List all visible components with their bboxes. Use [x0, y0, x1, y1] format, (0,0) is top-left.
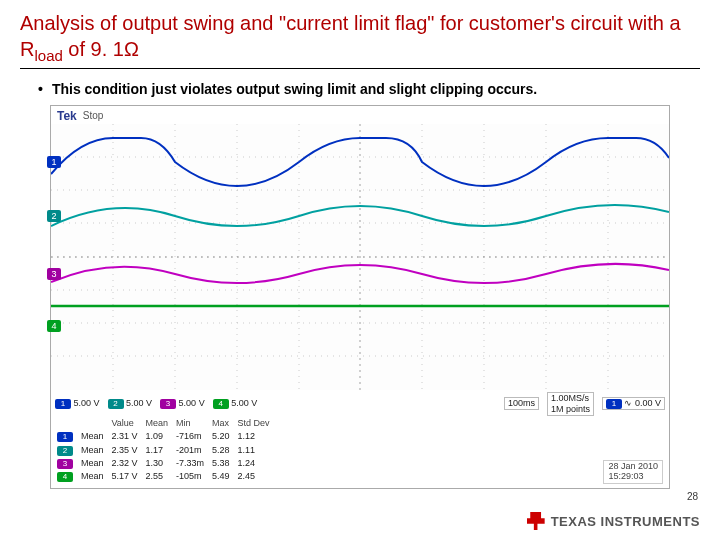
- oscilloscope-screenshot: Tek Stop: [50, 105, 670, 490]
- scope-footer: 1 5.00 V 2 5.00 V 3 5.00 V 4 5.00 V 100m…: [51, 390, 669, 489]
- bullet-text: This condition just violates output swin…: [52, 81, 537, 97]
- timestamp: 28 Jan 2010 15:29:03: [603, 460, 663, 484]
- scope-mode: Stop: [83, 110, 104, 121]
- scope-brand: Tek: [57, 109, 77, 123]
- timebase: 100ms: [504, 397, 539, 410]
- ch1-marker: 1: [47, 156, 61, 168]
- ti-logo: TEXAS INSTRUMENTS: [527, 512, 700, 530]
- waveform-grid: 1 2 3 4: [51, 124, 669, 390]
- ch4-marker: 4: [47, 320, 61, 332]
- ti-logo-text: TEXAS INSTRUMENTS: [551, 514, 700, 529]
- measurement-table: ValueMeanMinMaxStd Dev1Mean2.31 V1.09-71…: [55, 416, 278, 484]
- ch3-marker: 3: [47, 268, 61, 280]
- bullet-list: • This condition just violates output sw…: [38, 81, 700, 97]
- page-number: 28: [687, 491, 698, 502]
- ch2-marker: 2: [47, 210, 61, 222]
- ti-logo-icon: [527, 512, 545, 530]
- slide-title: Analysis of output swing and "current li…: [20, 10, 700, 69]
